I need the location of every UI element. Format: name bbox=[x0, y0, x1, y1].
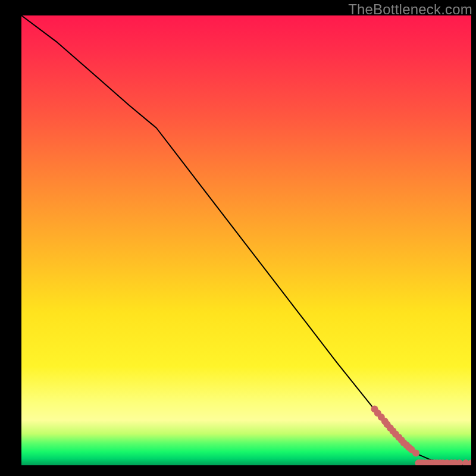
data-point bbox=[468, 459, 471, 465]
data-curve bbox=[21, 15, 471, 465]
chart-overlay bbox=[21, 15, 471, 465]
chart-container: TheBottleneck.com bbox=[0, 0, 476, 476]
data-point bbox=[412, 450, 419, 457]
plot-area bbox=[21, 15, 471, 465]
watermark-text: TheBottleneck.com bbox=[348, 1, 472, 18]
